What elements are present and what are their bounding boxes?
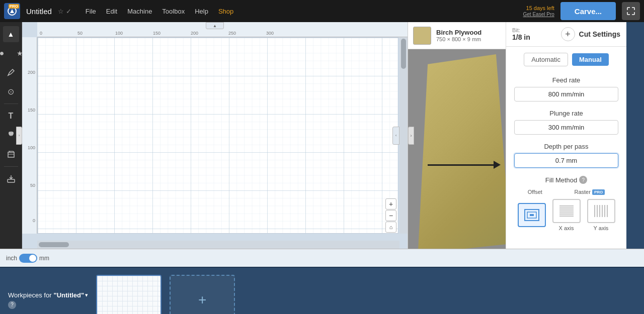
star-icon[interactable]: ☆	[58, 8, 64, 15]
pen-tool[interactable]	[3, 64, 19, 80]
depth-per-pass-label: Depth per pass	[514, 143, 618, 150]
offset-fill-btn[interactable]	[518, 203, 546, 227]
bit-bar: Bit: 1/8 in + Cut Settings	[506, 22, 626, 47]
home-btn[interactable]: ⌂	[385, 222, 396, 233]
nav-toolbox[interactable]: Toolbox	[158, 6, 189, 17]
nav-help[interactable]: Help	[191, 6, 212, 17]
ruler-tick-200: 200	[191, 31, 198, 36]
circle-shape-tool[interactable]: ●	[0, 45, 10, 61]
unit-toggle: inch mm	[6, 254, 49, 263]
zoom-in-btn[interactable]: +	[385, 198, 396, 210]
get-pro-link[interactable]: Get Easel Pro	[523, 12, 554, 17]
workpieces-label-text: Workpieces for	[8, 291, 51, 299]
manual-mode-btn[interactable]: Manual	[572, 53, 609, 66]
depth-per-pass-group: Depth per pass	[506, 139, 626, 172]
current-workpiece-thumbnail[interactable]	[96, 275, 162, 314]
nav-menu: File Edit Machine Toolbox Help Shop	[82, 6, 237, 17]
tool-separator-1	[4, 103, 18, 104]
pro-badge-raster: PRO	[592, 189, 605, 195]
add-bit-button[interactable]: +	[561, 27, 575, 41]
cut-settings-title[interactable]: Cut Settings	[579, 30, 620, 38]
app-title: Untitled	[26, 7, 52, 16]
feed-rate-group: Feed rate	[506, 72, 626, 106]
export-icon	[7, 174, 16, 183]
fill-method-section: Fill Method ? Offset Raster PRO	[506, 172, 626, 237]
check-icon: ✓	[66, 8, 71, 15]
yaxis-fill-label: Y axis	[594, 225, 609, 231]
yaxis-fill-btn[interactable]	[587, 199, 615, 223]
xaxis-fill-icon	[557, 203, 576, 219]
depth-per-pass-input[interactable]	[514, 153, 618, 168]
ruler-tick-100: 100	[115, 31, 123, 36]
collapse-top-btn[interactable]: ▲	[206, 22, 224, 29]
workpieces-help-icon[interactable]: ?	[8, 301, 16, 309]
apple-icon	[7, 131, 16, 140]
fill-method-help-icon[interactable]: ?	[579, 176, 587, 184]
collapse-right-btn[interactable]: ‹	[392, 127, 399, 145]
vertical-scrollbar[interactable]	[399, 37, 408, 234]
workpieces-dropdown[interactable]: "Untitled" ▾	[53, 291, 88, 299]
topbar-right: 15 days left Get Easel Pro Carve...	[523, 2, 640, 20]
xaxis-fill-label: X axis	[559, 225, 574, 231]
expand-button[interactable]	[622, 2, 640, 20]
nav-edit[interactable]: Edit	[102, 6, 121, 17]
automatic-mode-btn[interactable]: Automatic	[524, 53, 568, 66]
xaxis-fill-wrapper: X axis	[552, 199, 581, 231]
pen-icon	[7, 68, 16, 77]
ruler-tick-0: 0	[40, 31, 42, 36]
title-icons: ☆ ✓	[58, 8, 71, 15]
export-tool[interactable]	[3, 171, 19, 187]
arrow-indicator	[428, 161, 501, 169]
feed-rate-input[interactable]	[514, 87, 618, 101]
pro-badge-logo: PRO	[9, 4, 19, 9]
plunge-rate-input[interactable]	[514, 120, 618, 135]
material-info: Birch Plywood 750 × 800 × 9 mm	[436, 29, 501, 42]
svg-rect-2	[8, 179, 15, 182]
text-tool[interactable]: T	[3, 108, 19, 124]
fill-method-header: Fill Method ?	[514, 176, 618, 184]
fill-method-label: Fill Method	[545, 176, 578, 184]
ruler-tick-v-100: 100	[28, 145, 35, 150]
vscroll-thumb[interactable]	[401, 39, 406, 69]
svg-rect-1	[8, 152, 14, 157]
collapse-left-btn[interactable]: ›	[16, 127, 22, 145]
mm-label: mm	[39, 255, 49, 262]
box-tool[interactable]	[3, 146, 19, 162]
fill-icons-row: X axis	[514, 199, 618, 231]
add-workpiece-btn[interactable]: +	[170, 275, 235, 314]
ruler-tick-150: 150	[153, 31, 160, 36]
zoom-controls: + − ⌂	[385, 198, 396, 233]
nav-file[interactable]: File	[82, 6, 100, 17]
preview-area	[408, 49, 506, 249]
horizontal-scrollbar[interactable]	[37, 241, 399, 249]
arrow-head	[494, 161, 501, 169]
ruler-tick-v-0: 0	[33, 218, 35, 223]
material-dimensions: 750 × 800 × 9 mm	[436, 36, 501, 42]
carve-button[interactable]: Carve...	[560, 2, 616, 20]
circle-tool[interactable]: ⊙	[3, 83, 19, 99]
canvas-area[interactable]: 0 50 100 150 200 250 300 200 150 100 50 …	[22, 22, 408, 249]
collapse-preview-btn[interactable]: ›	[408, 127, 414, 145]
mode-toggle: Automatic Manual	[506, 47, 626, 72]
unit-toggle-switch[interactable]	[19, 254, 37, 263]
hscroll-thumb[interactable]	[39, 242, 69, 247]
workpieces-title-row: Workpieces for "Untitled" ▾	[8, 291, 88, 299]
cut-settings-panel: Bit: 1/8 in + Cut Settings Automatic Man…	[506, 22, 626, 249]
yaxis-fill-icon	[592, 203, 610, 219]
grid-canvas[interactable]	[37, 37, 398, 234]
workpiece-grid	[97, 276, 160, 314]
collapse-toolbar-btn[interactable]: ▲	[3, 26, 19, 42]
offset-fill-icon	[523, 207, 541, 223]
plunge-rate-group: Plunge rate	[506, 106, 626, 139]
app-logo: PRO	[4, 3, 20, 19]
nav-shop[interactable]: Shop	[214, 6, 237, 17]
units-bar: inch mm	[0, 249, 644, 267]
nav-machine[interactable]: Machine	[123, 6, 156, 17]
zoom-out-btn[interactable]: −	[385, 210, 396, 221]
xaxis-fill-btn[interactable]	[552, 199, 581, 223]
grid-svg	[38, 38, 398, 233]
toggle-knob	[29, 255, 36, 262]
svg-rect-4	[38, 38, 398, 233]
material-name[interactable]: Birch Plywood	[436, 29, 501, 36]
workpieces-name: "Untitled"	[53, 291, 84, 299]
